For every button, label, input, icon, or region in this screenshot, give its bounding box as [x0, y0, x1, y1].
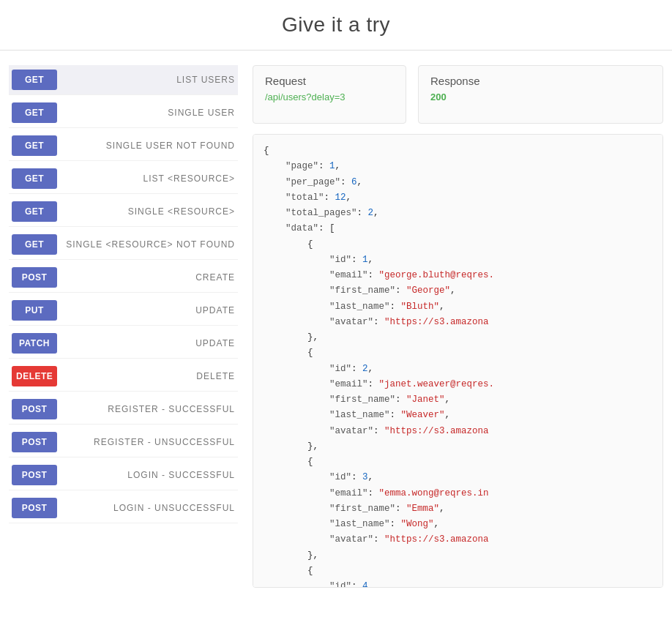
api-item-10[interactable]: POSTREGISTER - SUCCESSFUL	[9, 395, 238, 425]
api-label-11: REGISTER - UNSUCCESSFUL	[66, 437, 235, 447]
api-label-3: LIST <RESOURCE>	[66, 173, 235, 184]
api-label-13: LOGIN - UNSUCCESSFUL	[66, 503, 235, 513]
api-item-9[interactable]: DELETEDELETE	[9, 362, 238, 392]
api-item-5[interactable]: GETSINGLE <RESOURCE> NOT FOUND	[9, 230, 238, 260]
method-badge-13: POST	[12, 498, 57, 518]
api-label-7: UPDATE	[66, 305, 235, 315]
response-body-container[interactable]: { "page": 1, "per_page": 6, "total": 12,…	[253, 134, 663, 588]
api-label-6: CREATE	[66, 272, 235, 283]
method-badge-8: PATCH	[12, 333, 57, 354]
api-item-12[interactable]: POSTLOGIN - SUCCESSFUL	[9, 460, 238, 490]
api-item-8[interactable]: PATCHUPDATE	[9, 329, 238, 359]
api-item-13[interactable]: POSTLOGIN - UNSUCCESSFUL	[9, 493, 238, 523]
api-item-7[interactable]: PUTUPDATE	[9, 296, 238, 326]
api-item-4[interactable]: GETSINGLE <RESOURCE>	[9, 197, 238, 227]
response-panel: Response 200	[418, 65, 663, 124]
api-label-9: DELETE	[66, 371, 235, 381]
response-panel-title: Response	[430, 75, 651, 87]
response-body: { "page": 1, "per_page": 6, "total": 12,…	[253, 135, 662, 588]
api-label-1: SINGLE USER	[66, 108, 235, 118]
method-badge-5: GET	[12, 234, 57, 255]
method-badge-6: POST	[12, 267, 57, 288]
request-url: /api/users?delay=3	[265, 91, 394, 102]
api-item-0[interactable]: GETLIST USERS	[9, 65, 238, 95]
api-endpoints-list: GETLIST USERSGETSINGLE USERGETSINGLE USE…	[0, 65, 238, 588]
api-label-2: SINGLE USER NOT FOUND	[66, 141, 235, 151]
request-panel: Request /api/users?delay=3	[253, 65, 406, 124]
api-item-1[interactable]: GETSINGLE USER	[9, 98, 238, 128]
api-label-10: REGISTER - SUCCESSFUL	[66, 404, 235, 414]
method-badge-12: POST	[12, 465, 57, 485]
api-label-0: LIST USERS	[66, 75, 235, 85]
api-label-4: SINGLE <RESOURCE>	[66, 206, 235, 217]
api-item-2[interactable]: GETSINGLE USER NOT FOUND	[9, 131, 238, 161]
method-badge-0: GET	[12, 70, 57, 90]
api-item-11[interactable]: POSTREGISTER - UNSUCCESSFUL	[9, 427, 238, 457]
method-badge-2: GET	[12, 135, 57, 156]
method-badge-10: POST	[12, 399, 57, 419]
method-badge-4: GET	[12, 201, 57, 222]
page-title: Give it a try	[0, 0, 672, 44]
right-area: Request /api/users?delay=3 Response 200 …	[238, 65, 672, 588]
main-content: GETLIST USERSGETSINGLE USERGETSINGLE USE…	[0, 51, 672, 588]
api-item-3[interactable]: GETLIST <RESOURCE>	[9, 164, 238, 194]
response-status: 200	[430, 91, 651, 102]
method-badge-3: GET	[12, 168, 57, 189]
api-label-8: UPDATE	[66, 338, 235, 348]
request-panel-title: Request	[265, 75, 394, 87]
panels-row: Request /api/users?delay=3 Response 200	[253, 65, 663, 124]
api-item-6[interactable]: POSTCREATE	[9, 263, 238, 293]
api-label-12: LOGIN - SUCCESSFUL	[66, 470, 235, 480]
method-badge-9: DELETE	[12, 366, 57, 386]
method-badge-1: GET	[12, 102, 57, 123]
api-label-5: SINGLE <RESOURCE> NOT FOUND	[66, 239, 235, 250]
method-badge-7: PUT	[12, 300, 57, 321]
method-badge-11: POST	[12, 432, 57, 452]
